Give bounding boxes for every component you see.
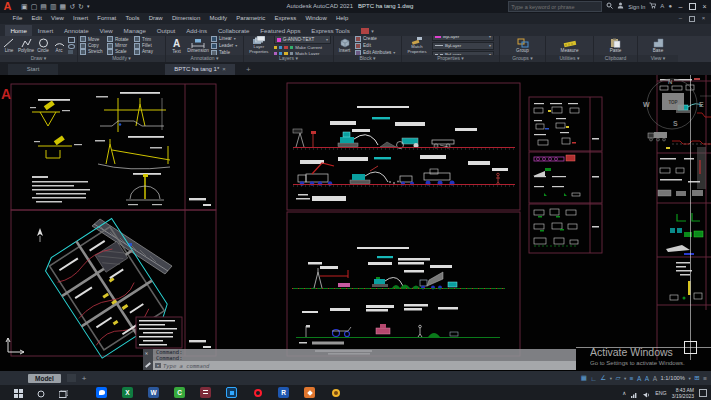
- search-input[interactable]: [509, 4, 593, 10]
- polyline-tool[interactable]: Polyline: [18, 38, 34, 53]
- opera-icon[interactable]: [252, 387, 263, 398]
- tab-output[interactable]: Output: [151, 25, 180, 36]
- make-current-button[interactable]: Make Current: [274, 45, 331, 50]
- c-app-icon[interactable]: C: [174, 387, 185, 398]
- menu-draw[interactable]: Draw: [144, 13, 167, 24]
- command-close-icon[interactable]: ✕: [145, 350, 148, 356]
- rotate-tool[interactable]: Rotate: [107, 36, 134, 42]
- tab-featured-apps[interactable]: Featured Apps: [255, 25, 306, 36]
- menu-file[interactable]: File: [8, 13, 27, 24]
- edit-block-tool[interactable]: Edit: [355, 43, 395, 49]
- word-icon[interactable]: W: [148, 387, 159, 398]
- customize-menu-icon[interactable]: ≡: [703, 375, 707, 382]
- polar-tracking-icon[interactable]: ∠: [600, 374, 606, 382]
- file-tab-active[interactable]: BPTC ha tang 1*×: [165, 64, 235, 75]
- layers-panel-label[interactable]: Layers ▾: [244, 55, 333, 62]
- fillet-tool[interactable]: Fillet: [134, 43, 161, 49]
- model-tab[interactable]: Model: [28, 374, 61, 383]
- menu-edit[interactable]: Edit: [27, 13, 47, 24]
- minimize-button[interactable]: –: [676, 2, 685, 11]
- command-keyboard-icon[interactable]: ▾: [155, 363, 161, 368]
- app-menu-icon[interactable]: A: [0, 0, 15, 13]
- grid-snap-icon[interactable]: ▦: [581, 374, 587, 382]
- file-tab-add[interactable]: +: [246, 64, 251, 75]
- open-icon[interactable]: ▢: [31, 0, 38, 13]
- dimension-tool[interactable]: Dimension: [187, 38, 209, 53]
- create-block-tool[interactable]: Create: [355, 36, 395, 42]
- groups-panel-label[interactable]: Groups ▾: [500, 55, 545, 62]
- leader-tool[interactable]: Leader▾: [211, 43, 237, 49]
- text-tool[interactable]: A Text: [168, 38, 185, 54]
- draw-extra-icons[interactable]: [68, 37, 75, 54]
- insert-block-tool[interactable]: Insert: [336, 38, 353, 53]
- tab-home[interactable]: Home: [5, 25, 32, 36]
- tab-insert[interactable]: Insert: [32, 25, 58, 36]
- menu-tools[interactable]: Tools: [121, 13, 144, 24]
- save-icon[interactable]: ▤: [40, 0, 47, 13]
- measure-tool[interactable]: Measure: [559, 39, 581, 53]
- annotation-scale-value[interactable]: 1:1/100%: [660, 375, 685, 381]
- r-app-icon[interactable]: R: [278, 387, 289, 398]
- command-prompt[interactable]: Type a command: [163, 363, 209, 369]
- circle-tool[interactable]: Circle: [36, 38, 50, 53]
- block-panel-label[interactable]: Block ▾: [334, 55, 401, 62]
- help-icon[interactable]: ●: [668, 2, 672, 11]
- cart-icon[interactable]: [649, 2, 656, 12]
- drawing-canvas[interactable]: A: [0, 75, 711, 371]
- tray-expand-icon[interactable]: ∧: [622, 390, 626, 396]
- ortho-icon[interactable]: ∟: [590, 375, 596, 382]
- doc-restore-button[interactable]: [689, 16, 695, 22]
- base-tool[interactable]: Base: [650, 38, 667, 53]
- array-tool[interactable]: Array: [134, 49, 161, 55]
- match-properties-tool[interactable]: Match Properties: [404, 36, 430, 54]
- volume-icon[interactable]: [643, 384, 650, 400]
- tab-addins[interactable]: Add-ins: [181, 25, 213, 36]
- linear-tool[interactable]: Linear▾: [211, 36, 237, 42]
- doc-minimize-button[interactable]: –: [676, 14, 685, 23]
- copy-tool[interactable]: Copy: [80, 43, 107, 49]
- paste-tool[interactable]: Paste: [607, 38, 624, 53]
- utilities-panel-label[interactable]: Utilities ▾: [546, 55, 593, 62]
- file-tab-start[interactable]: Start: [8, 64, 58, 75]
- scale-dropdown-icon[interactable]: ▾: [688, 376, 690, 381]
- line-tool[interactable]: Line: [2, 38, 16, 53]
- signin-label[interactable]: Sign In: [628, 4, 645, 10]
- qat-dropdown-icon[interactable]: ▾: [87, 0, 90, 13]
- isodraft-icon[interactable]: ▱: [615, 374, 620, 382]
- photo-viewer-icon[interactable]: [200, 387, 211, 398]
- menu-format[interactable]: Format: [93, 13, 121, 24]
- modify-panel-label[interactable]: Modify ▾: [78, 55, 165, 62]
- menu-modify[interactable]: Modify: [205, 13, 232, 24]
- menu-help[interactable]: Help: [331, 13, 353, 24]
- menu-parametric[interactable]: Parametric: [232, 13, 270, 24]
- command-window[interactable]: ✕ Command: Command: ▾ Type a command: [143, 349, 576, 370]
- workspace-icon[interactable]: ▾: [361, 28, 374, 34]
- language-indicator[interactable]: ENG: [655, 390, 666, 396]
- scale-tool[interactable]: Scale: [107, 49, 134, 55]
- polar-dropdown-icon[interactable]: ▾: [610, 376, 612, 381]
- object-color-select[interactable]: ByLayer ▾: [432, 36, 494, 41]
- search-circle-icon[interactable]: [37, 384, 45, 400]
- autodesk-account-icon[interactable]: A: [660, 2, 664, 11]
- menu-dimension[interactable]: Dimension: [167, 13, 205, 24]
- draw-panel-label[interactable]: Draw ▾: [0, 55, 77, 62]
- command-wrench-icon[interactable]: [145, 362, 151, 367]
- network-icon[interactable]: [631, 384, 638, 400]
- new-icon[interactable]: ▣: [21, 0, 28, 13]
- trim-tool[interactable]: Trim: [134, 36, 161, 42]
- doc-close-button[interactable]: ×: [699, 14, 708, 23]
- view-panel-label[interactable]: View ▾: [638, 55, 678, 62]
- arc-tool[interactable]: Arc: [52, 38, 66, 53]
- layer-properties-button[interactable]: Layer Properties: [246, 36, 272, 54]
- tab-annotate[interactable]: Annotate: [59, 25, 95, 36]
- start-button-icon[interactable]: [14, 384, 23, 400]
- menu-view[interactable]: View: [46, 13, 68, 24]
- menu-express[interactable]: Express: [270, 13, 301, 24]
- undo-icon[interactable]: ↺: [69, 0, 75, 13]
- isodraft-dropdown-icon[interactable]: ▾: [624, 376, 626, 381]
- stretch-tool[interactable]: Stretch: [80, 49, 107, 55]
- layout-add-tab[interactable]: +: [82, 374, 87, 383]
- unikey-icon[interactable]: [330, 387, 341, 398]
- properties-panel-label[interactable]: Properties ▾: [402, 55, 499, 62]
- move-tool[interactable]: Move: [80, 36, 107, 42]
